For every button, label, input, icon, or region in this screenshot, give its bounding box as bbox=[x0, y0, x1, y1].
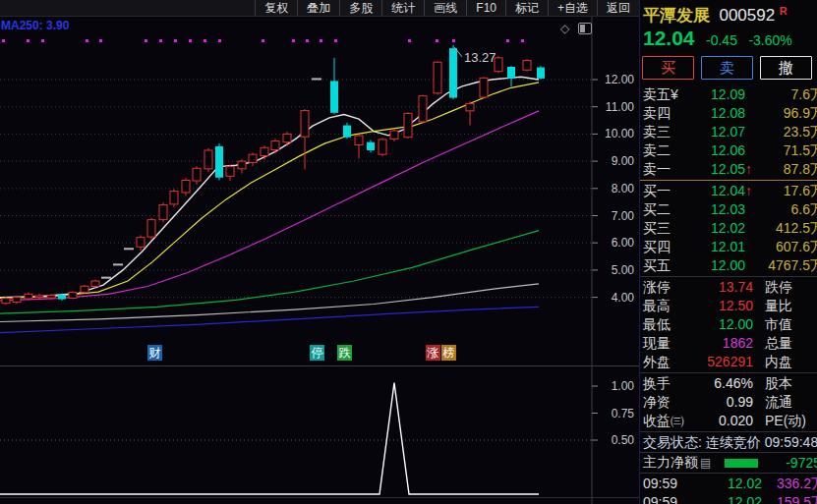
menu-item-7[interactable]: +自选 bbox=[548, 0, 597, 16]
tick-row: 09:5912.02159.5万 bbox=[640, 493, 817, 504]
candle-up bbox=[2, 299, 10, 304]
event-dot bbox=[436, 39, 438, 42]
event-dot bbox=[27, 39, 29, 42]
buy-level-row[interactable]: 买一12.04↑17.6万 bbox=[640, 182, 817, 200]
tick-volume: 336.2万 bbox=[762, 475, 817, 493]
split-view-icon[interactable] bbox=[578, 23, 592, 34]
candle-down bbox=[343, 126, 351, 138]
menu-item-3[interactable]: 统计 bbox=[381, 0, 424, 16]
trade-status-row: 交易状态: 连续竞价 09:59:48 bbox=[640, 433, 817, 451]
candle-up bbox=[404, 113, 412, 137]
cancel-button[interactable]: 撤 bbox=[760, 56, 812, 80]
stat-label-2: 内盘 bbox=[765, 353, 792, 371]
stat-row: 收益㈢0.020PE(动) bbox=[640, 412, 817, 430]
level-price: 12.00 bbox=[694, 256, 745, 275]
buy-button[interactable]: 买 bbox=[642, 56, 694, 80]
candle-down bbox=[449, 48, 457, 97]
candle-down bbox=[215, 146, 223, 178]
candle-up bbox=[271, 141, 279, 150]
stat-value: 0.99 bbox=[698, 393, 753, 412]
event-badge-财[interactable]: 财 bbox=[147, 345, 162, 361]
event-dot bbox=[218, 39, 221, 42]
level-volume: 71.5万 bbox=[757, 141, 817, 160]
level-volume: 412.5万 bbox=[757, 219, 817, 238]
event-badge-停[interactable]: 停 bbox=[310, 345, 324, 361]
level-label: 买四 bbox=[640, 238, 694, 256]
buy-level-row[interactable]: 买五12.004767.5万 bbox=[640, 256, 817, 275]
level-volume: 23.5万 bbox=[757, 123, 817, 141]
tick-list: 09:5912.02336.2万09:5912.02159.5万09:5812.… bbox=[640, 475, 817, 504]
candle-up bbox=[35, 296, 43, 298]
stat-value: 1862 bbox=[698, 334, 753, 353]
y-axis-label: 8.00 bbox=[612, 182, 635, 196]
candle-up bbox=[379, 140, 386, 154]
stat-row: 最低12.00市值 bbox=[640, 315, 817, 334]
quote-panel: 平潭发展 000592 R 12.04 -0.45 -3.60% 买卖撤 卖五¥… bbox=[640, 0, 817, 504]
tick-price: 12.02 bbox=[688, 493, 762, 504]
menu-item-2[interactable]: 多股 bbox=[339, 0, 381, 16]
candle-up bbox=[137, 238, 145, 248]
main-net-flow-row[interactable]: 主力净额 ▤ -9725 bbox=[640, 454, 817, 472]
stat-label: 涨停 bbox=[640, 278, 698, 297]
detail-list-icon[interactable]: ▤ bbox=[700, 456, 711, 470]
candle-up bbox=[301, 111, 309, 138]
y-axis-label: 9.00 bbox=[612, 154, 635, 168]
menu-item-5[interactable]: F10 bbox=[466, 0, 505, 16]
stat-label: 现量 bbox=[640, 334, 698, 353]
diamond-marker-icon[interactable]: ◇ bbox=[560, 23, 569, 34]
level-label: 卖五¥ bbox=[640, 85, 694, 104]
candle-up bbox=[147, 220, 155, 237]
level-volume: 96.9万 bbox=[757, 104, 817, 123]
event-dot bbox=[408, 39, 411, 42]
level-price: 12.05 bbox=[694, 160, 745, 179]
stat-label-2: 跌停 bbox=[765, 278, 792, 297]
candle-up bbox=[25, 294, 32, 299]
level-price: 12.08 bbox=[694, 104, 745, 123]
buy-level-row[interactable]: 买三12.02412.5万 bbox=[640, 219, 817, 238]
candle-up bbox=[13, 298, 21, 303]
level-label: 卖二 bbox=[640, 141, 694, 160]
indicator-chart[interactable]: 1.000.750.50 bbox=[0, 365, 639, 504]
candle-up bbox=[390, 131, 398, 139]
sell-level-row[interactable]: 卖四12.0896.9万 bbox=[640, 104, 817, 123]
stat-label-2: 市值 bbox=[765, 315, 792, 334]
menu-item-4[interactable]: 画线 bbox=[424, 0, 466, 16]
candle-down bbox=[58, 295, 66, 300]
stat-label-2: 股本 bbox=[765, 374, 792, 393]
buy-level-row[interactable]: 买四12.01607.6万 bbox=[640, 238, 817, 256]
event-dot bbox=[452, 39, 455, 42]
last-price: 12.04 bbox=[643, 27, 695, 49]
trade-status-label: 交易状态: bbox=[643, 434, 702, 450]
buy-level-row[interactable]: 买二12.036.6万 bbox=[640, 200, 817, 219]
candle-up bbox=[238, 161, 246, 169]
event-dot bbox=[320, 39, 322, 42]
margin-tag: R bbox=[780, 5, 788, 17]
sell-button[interactable]: 卖 bbox=[701, 56, 753, 80]
menu-item-1[interactable]: 叠加 bbox=[297, 0, 339, 16]
menu-item-0[interactable]: 复权 bbox=[255, 0, 297, 16]
sell-level-row[interactable]: 卖五¥12.097.6万 bbox=[640, 85, 817, 104]
candle-up bbox=[204, 150, 212, 169]
candle-up bbox=[193, 168, 201, 181]
candle-up bbox=[523, 61, 531, 71]
y-axis-label: 10.00 bbox=[605, 127, 634, 140]
event-badge-跌[interactable]: 跌 bbox=[337, 345, 352, 361]
level-price: 12.01 bbox=[694, 238, 745, 256]
stats-section-1: 涨停13.74跌停最高12.50量比最低12.00市值现量1862总量外盘526… bbox=[640, 278, 817, 371]
event-badge-涨[interactable]: 涨 bbox=[426, 345, 440, 361]
sell-level-row[interactable]: 卖一12.05↑87.8万 bbox=[640, 160, 817, 179]
stat-row: 现量1862总量 bbox=[640, 334, 817, 353]
net-flow-bar bbox=[725, 459, 758, 468]
event-dot bbox=[521, 39, 524, 42]
price-direction-arrow-icon: ↑ bbox=[745, 182, 757, 200]
menu-item-6[interactable]: 标记 bbox=[505, 0, 548, 16]
candle-up bbox=[69, 293, 77, 299]
candle-down bbox=[537, 68, 545, 79]
sell-level-row[interactable]: 卖三12.0723.5万 bbox=[640, 123, 817, 141]
kline-chart[interactable]: 12.0011.0010.009.008.007.006.005.004.001… bbox=[0, 17, 639, 365]
event-badge-榜[interactable]: 榜 bbox=[441, 345, 456, 361]
menu-item-8[interactable]: 返回 bbox=[597, 0, 639, 16]
stat-value: 12.50 bbox=[698, 297, 753, 315]
sell-level-row[interactable]: 卖二12.0671.5万 bbox=[640, 141, 817, 160]
event-dot bbox=[145, 39, 147, 42]
